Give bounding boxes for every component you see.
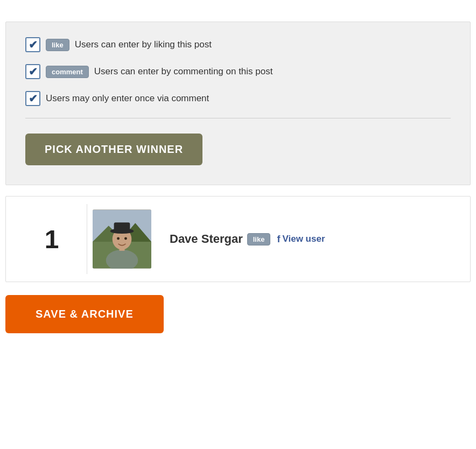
- winner-name-row: Dave Stergar like f View user: [170, 232, 459, 246]
- winner-row: 1: [6, 197, 470, 282]
- winner-like-badge: like: [247, 233, 271, 245]
- like-option-row: ✔ like Users can enter by liking this po…: [25, 37, 451, 52]
- winner-table: 1: [5, 196, 471, 282]
- comment-badge: comment: [46, 66, 89, 78]
- comment-option-text: Users can enter by commenting on this po…: [94, 66, 273, 77]
- once-option-row: ✔ Users may only enter once via comment: [25, 91, 451, 106]
- like-badge: like: [46, 39, 69, 51]
- checkmark-icon: ✔: [29, 66, 38, 77]
- save-archive-button[interactable]: SAVE & ARCHIVE: [5, 295, 164, 333]
- checkmark-icon: ✔: [29, 93, 38, 104]
- avatar-image: [93, 209, 151, 269]
- divider: [25, 118, 451, 118]
- user-info: Dave Stergar like f View user: [157, 232, 459, 246]
- comment-checkbox[interactable]: ✔: [25, 64, 40, 79]
- like-option-text: Users can enter by liking this post: [75, 39, 212, 50]
- svg-point-10: [124, 237, 127, 240]
- svg-point-9: [117, 237, 120, 240]
- checkmark-icon: ✔: [29, 39, 38, 50]
- winner-rank: 1: [17, 224, 87, 254]
- comment-option-row: ✔ comment Users can enter by commenting …: [25, 64, 451, 79]
- facebook-icon: f: [277, 234, 280, 245]
- avatar-cell: [87, 204, 157, 274]
- facebook-link[interactable]: f View user: [277, 234, 325, 245]
- like-checkbox[interactable]: ✔: [25, 37, 40, 52]
- svg-rect-8: [114, 222, 130, 232]
- pick-another-winner-button[interactable]: PICK ANOTHER WINNER: [25, 134, 202, 165]
- once-option-text: Users may only enter once via comment: [46, 93, 209, 104]
- avatar: [93, 209, 151, 269]
- once-checkbox[interactable]: ✔: [25, 91, 40, 106]
- settings-panel: ✔ like Users can enter by liking this po…: [5, 22, 471, 185]
- view-user-link-text[interactable]: View user: [282, 234, 325, 244]
- winner-name-text: Dave Stergar: [170, 232, 243, 246]
